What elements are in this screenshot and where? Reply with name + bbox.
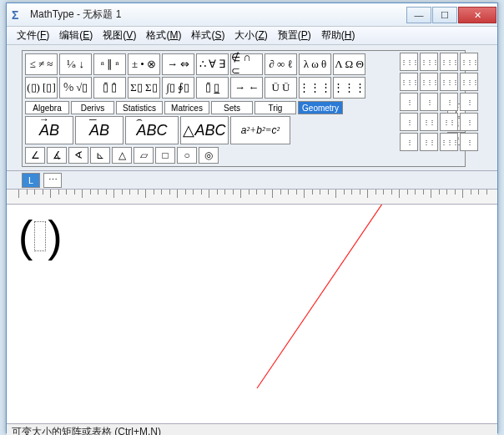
matrix-cell[interactable]: ⋮⋮⋮ xyxy=(420,53,438,71)
menu-f[interactable]: 文件(F) xyxy=(12,27,54,44)
matrix-cell[interactable]: ⋮ xyxy=(400,133,418,151)
menu-e[interactable]: 编辑(E) xyxy=(54,27,98,44)
palette-button[interactable]: ▯̄ ▯̲ xyxy=(196,77,229,99)
palette-row-2: (▯) [▯]⁰⁄₀ √▯▯̄ ▯̂Σ▯ Σ▯∫▯ ∮▯▯̄ ▯̲→ ←Ū Ū⋮… xyxy=(24,76,463,99)
right-paren: ) xyxy=(48,211,62,261)
app-window: Σ MathType - 无标题 1 — ☐ ✕ 文件(F)编辑(E)视图(V)… xyxy=(6,3,498,433)
status-bar: 可变大小的矩阵或表格 (Ctrl+M,N) xyxy=(7,423,497,435)
matrix-cell[interactable]: ⋮ xyxy=(460,93,478,111)
option-button[interactable]: ⋯ xyxy=(43,173,62,188)
small-symbol-button[interactable]: ∢ xyxy=(68,147,88,164)
matrix-cell[interactable]: ⋮⋮⋮ xyxy=(460,53,478,71)
small-symbol-button[interactable]: △ xyxy=(112,147,132,164)
palette-button[interactable]: ⋮⋮⋮ xyxy=(333,77,365,99)
tab-geometry[interactable]: Geometry xyxy=(298,101,343,114)
palette-button[interactable]: ¹⁄ₐ ↓ xyxy=(59,53,92,75)
insertion-slot[interactable] xyxy=(34,221,46,251)
geometry-template[interactable]: →AB xyxy=(25,116,73,144)
titlebar[interactable]: Σ MathType - 无标题 1 — ☐ ✕ xyxy=(7,3,497,27)
minimize-button[interactable]: — xyxy=(406,7,431,23)
menu-v[interactable]: 视图(V) xyxy=(98,27,141,44)
palette-button[interactable]: Ū Ū xyxy=(265,77,297,99)
large-button-row: →AB─AB⌢ABC△ABCa²+b²=c² xyxy=(24,115,344,145)
menu-z[interactable]: 大小(Z) xyxy=(229,27,272,44)
matrix-cell[interactable]: ⋮ xyxy=(460,113,478,131)
palette-button[interactable]: ∉ ∩ ⊂ xyxy=(230,53,263,75)
matrix-cell[interactable]: ⋮ xyxy=(420,93,438,111)
matrix-cell[interactable]: ⋮⋮⋮ xyxy=(420,73,438,91)
geometry-template[interactable]: ─AB xyxy=(75,116,123,144)
tab-matrices[interactable]: Matrices xyxy=(164,101,209,114)
menubar: 文件(F)编辑(E)视图(V)格式(M)样式(S)大小(Z)预置(P)帮助(H) xyxy=(7,27,497,45)
geometry-template[interactable]: a²+b²=c² xyxy=(230,116,290,144)
close-button[interactable]: ✕ xyxy=(458,7,496,23)
palette-button[interactable]: Λ Ω Θ xyxy=(333,53,365,75)
palette-button[interactable]: ⁰⁄₀ √▯ xyxy=(59,77,92,99)
app-icon: Σ xyxy=(12,8,25,22)
matrix-cell[interactable]: ⋮⋮ xyxy=(420,133,438,151)
matrix-cell[interactable]: ⋮⋮ xyxy=(420,113,438,131)
palette-button[interactable]: ▯̄ ▯̂ xyxy=(93,77,126,99)
left-paren: ( xyxy=(18,211,33,261)
svg-line-0 xyxy=(257,205,406,388)
ruler[interactable] xyxy=(7,190,497,205)
small-symbol-button[interactable]: □ xyxy=(155,147,175,164)
matrix-cell[interactable]: ⋮ xyxy=(460,133,478,151)
matrix-cell[interactable]: ⋮ xyxy=(400,113,418,131)
palette-row-1: ≤ ≠ ≈¹⁄ₐ ↓ⁿ ∥ ⁿ± • ⊗→ ⇔∴ ∀ ∃∉ ∩ ⊂∂ ∞ ℓλ … xyxy=(24,53,463,76)
edit-canvas[interactable]: ( ) xyxy=(7,205,497,423)
tab-trig[interactable]: Trig xyxy=(255,101,296,114)
small-symbol-button[interactable]: ∠ xyxy=(25,147,45,164)
palette-button[interactable]: ± • ⊗ xyxy=(128,53,160,75)
menu-p[interactable]: 预置(P) xyxy=(273,27,316,44)
status-text: 可变大小的矩阵或表格 (Ctrl+M,N) xyxy=(12,425,161,435)
small-symbol-button[interactable]: ◎ xyxy=(199,147,219,164)
matrix-cell[interactable]: ⋮ xyxy=(400,93,418,111)
option-button[interactable]: L xyxy=(22,173,40,188)
small-button-row: ∠∡∢⊾△▱□○◎ xyxy=(24,146,344,164)
option-bar: L ⋯ xyxy=(7,171,497,190)
palette-button[interactable]: λ ω θ xyxy=(299,53,331,75)
matrix-cell-highlight[interactable]: ⋮⋮⋮ xyxy=(440,133,458,151)
palette-button[interactable]: (▯) [▯] xyxy=(25,77,58,99)
palette-button[interactable]: → ← xyxy=(230,77,263,99)
matrix-cell[interactable]: ⋮⋮ xyxy=(440,113,458,131)
maximize-button[interactable]: ☐ xyxy=(432,7,457,23)
formula: ( ) xyxy=(18,211,63,261)
matrix-cell[interactable]: ⋮⋮⋮ xyxy=(400,53,418,71)
small-symbol-button[interactable]: ⊾ xyxy=(90,147,110,164)
menu-m[interactable]: 格式(M) xyxy=(141,27,186,44)
palette-button[interactable]: Σ▯ Σ▯ xyxy=(128,77,160,99)
toolbar-zone: ≤ ≠ ≈¹⁄ₐ ↓ⁿ ∥ ⁿ± • ⊗→ ⇔∴ ∀ ∃∉ ∩ ⊂∂ ∞ ℓλ … xyxy=(7,45,497,171)
annotation-arrow xyxy=(7,205,497,423)
small-symbol-button[interactable]: ∡ xyxy=(47,147,67,164)
geometry-template[interactable]: ⌢ABC xyxy=(125,116,179,144)
window-title: MathType - 无标题 1 xyxy=(30,8,406,22)
matrix-cell[interactable]: ⋮ xyxy=(440,93,458,111)
small-symbol-button[interactable]: ▱ xyxy=(134,147,154,164)
matrix-cell[interactable]: ⋮⋮⋮ xyxy=(440,53,458,71)
window-buttons: — ☐ ✕ xyxy=(406,6,497,23)
palette-button[interactable]: ≤ ≠ ≈ xyxy=(25,53,58,75)
tab-row: AlgebraDerivsStatisticsMatricesSetsTrigG… xyxy=(24,101,344,114)
matrix-cell[interactable]: ⋮⋮⋮ xyxy=(440,73,458,91)
palette-button[interactable]: ∂ ∞ ℓ xyxy=(265,53,297,75)
small-symbol-button[interactable]: ○ xyxy=(177,147,197,164)
palette-button[interactable]: ∴ ∀ ∃ xyxy=(196,53,229,75)
matrix-cell[interactable]: ⋮⋮⋮ xyxy=(460,73,478,91)
geometry-template[interactable]: △ABC xyxy=(180,116,229,144)
palette-button[interactable]: ⁿ ∥ ⁿ xyxy=(93,53,126,75)
matrix-picker: ⋮⋮⋮⋮⋮⋮⋮⋮⋮⋮⋮⋮ ⋮⋮⋮⋮⋮⋮⋮⋮⋮⋮⋮⋮ ⋮⋮⋮⋮ ⋮⋮⋮⋮⋮⋮ ⋮⋮… xyxy=(399,52,486,152)
palette-button[interactable]: ⋮⋮⋮ xyxy=(299,77,331,99)
tab-sets[interactable]: Sets xyxy=(211,101,253,114)
menu-s[interactable]: 样式(S) xyxy=(186,27,229,44)
matrix-cell[interactable]: ⋮⋮⋮ xyxy=(400,73,418,91)
menu-h[interactable]: 帮助(H) xyxy=(316,27,360,44)
palette-button[interactable]: ∫▯ ∮▯ xyxy=(162,77,194,99)
palette-button[interactable]: → ⇔ xyxy=(162,53,194,75)
